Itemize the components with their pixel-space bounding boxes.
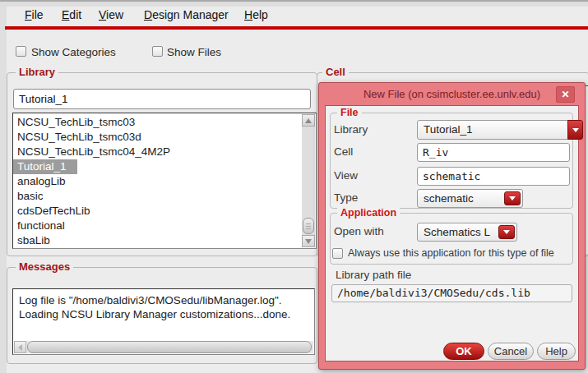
show-categories-label: Show Categories <box>31 46 116 58</box>
open-with-label: Open with <box>334 225 384 237</box>
cancel-button[interactable]: Cancel <box>488 343 534 360</box>
messages-panel: Messages Log file is "/home/baldivi3/CMO… <box>7 267 317 364</box>
menu-edit[interactable]: Edit <box>62 8 81 21</box>
messages-scrollbar[interactable] <box>14 341 313 353</box>
cell-input[interactable]: R_iv <box>417 143 570 162</box>
menu-design-manager[interactable]: Design Manager <box>144 8 229 21</box>
messages-lines: Log file is "/home/baldivi3/CMOSedu/libM… <box>13 293 314 321</box>
type-combo-button[interactable] <box>504 191 521 205</box>
scroll-down-button[interactable] <box>302 235 315 247</box>
list-item[interactable]: NCSU_TechLib_tsmc03 <box>13 115 302 130</box>
show-files-checkbox[interactable] <box>152 46 163 57</box>
library-panel-title: Library <box>16 66 58 78</box>
list-item[interactable]: NCSU_TechLib_tsmc04_4M2P <box>13 145 302 159</box>
library-list[interactable]: NCSU_TechLib_tsmc03 NCSU_TechLib_tsmc03d… <box>12 113 317 249</box>
type-field-label: Type <box>334 191 358 204</box>
message-line: Loading NCSU Library Manager customizati… <box>13 307 314 321</box>
always-use-label: Always use this application for this typ… <box>348 247 554 259</box>
menu-accent-line <box>5 26 588 30</box>
new-file-dialog: New File (on csimcluster.ee.unlv.edu) ✕ … <box>318 82 586 370</box>
open-with-combo-value: Schematics L <box>424 223 490 241</box>
cell-field-label: Cell <box>334 145 353 158</box>
show-categories-checkbox[interactable] <box>16 46 26 57</box>
ok-button[interactable]: OK <box>443 343 484 360</box>
chevron-down-icon <box>305 239 312 244</box>
help-button[interactable]: Help <box>537 343 576 360</box>
type-combo-value: schematic <box>424 190 474 207</box>
chevron-down-icon <box>503 230 510 234</box>
messages-text-area[interactable]: Log file is "/home/baldivi3/CMOSedu/libM… <box>12 288 315 355</box>
menu-file[interactable]: File <box>25 8 44 21</box>
library-path-field[interactable]: /home/baldivi3/CMOSedu/cds.lib <box>331 284 572 302</box>
cell-panel-title: Cell <box>322 66 349 78</box>
scrollbar-thumb[interactable] <box>303 218 314 234</box>
dialog-title: New File (on csimcluster.ee.unlv.edu) <box>319 83 585 105</box>
type-combo[interactable]: schematic <box>417 189 523 208</box>
library-filter-input[interactable]: Tutorial_1 <box>13 89 311 109</box>
close-button[interactable]: ✕ <box>556 86 575 103</box>
window-left-frame <box>0 7 7 373</box>
library-scrollbar[interactable] <box>302 114 315 247</box>
application-group-title: Application <box>337 207 400 219</box>
scrollbar-thumb[interactable] <box>27 341 312 353</box>
dialog-content: File Library Tutorial_1 Cell R_iv View s… <box>325 105 579 361</box>
window-top-frame <box>0 0 588 7</box>
view-input[interactable]: schematic <box>417 167 570 186</box>
library-list-items: NCSU_TechLib_tsmc03 NCSU_TechLib_tsmc03d… <box>13 115 302 248</box>
chevron-down-icon <box>572 128 579 132</box>
list-item[interactable]: functional <box>13 219 302 233</box>
scroll-left-button[interactable] <box>14 341 26 353</box>
library-combo-button[interactable] <box>567 120 583 140</box>
list-item[interactable]: analogLib <box>13 174 302 189</box>
scroll-up-button[interactable] <box>302 114 315 127</box>
chevron-left-icon <box>18 344 22 351</box>
library-combo[interactable]: Tutorial_1 <box>417 120 583 140</box>
library-manager-window: File Edit View Design Manager Help Show … <box>0 0 588 373</box>
library-field-label: Library <box>334 123 368 136</box>
always-use-checkbox[interactable] <box>332 248 343 259</box>
view-field-label: View <box>334 169 358 182</box>
list-item[interactable]: NCSU_TechLib_tsmc03d <box>13 130 302 145</box>
messages-panel-title: Messages <box>16 260 73 273</box>
file-group-title: File <box>337 107 362 118</box>
close-icon: ✕ <box>561 89 569 100</box>
list-item[interactable]: Tutorial_1 <box>13 159 77 174</box>
library-path-label: Library path file <box>336 269 411 281</box>
list-item[interactable]: basic <box>13 189 302 204</box>
show-files-label: Show Files <box>167 46 221 58</box>
message-line: Log file is "/home/baldivi3/CMOSedu/libM… <box>13 293 314 307</box>
list-item[interactable]: cdsDefTechLib <box>13 204 302 219</box>
open-with-combo[interactable]: Schematics L <box>417 223 517 242</box>
list-item[interactable]: sbaLib <box>13 233 302 248</box>
library-panel: Library Tutorial_1 NCSU_TechLib_tsmc03 N… <box>7 72 317 256</box>
chevron-down-icon <box>509 196 516 200</box>
menu-help[interactable]: Help <box>244 8 268 21</box>
chevron-up-icon <box>305 118 312 123</box>
menu-view[interactable]: View <box>99 8 123 21</box>
library-combo-value: Tutorial_1 <box>424 121 473 139</box>
open-with-combo-button[interactable] <box>498 225 515 239</box>
